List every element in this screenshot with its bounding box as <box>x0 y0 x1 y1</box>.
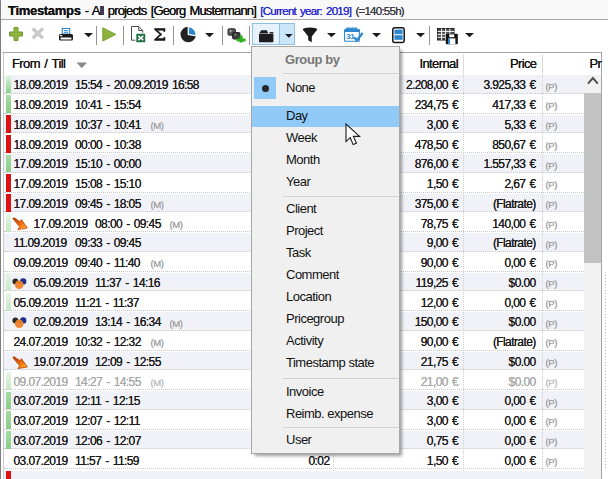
svg-text:31: 31 <box>346 32 355 41</box>
